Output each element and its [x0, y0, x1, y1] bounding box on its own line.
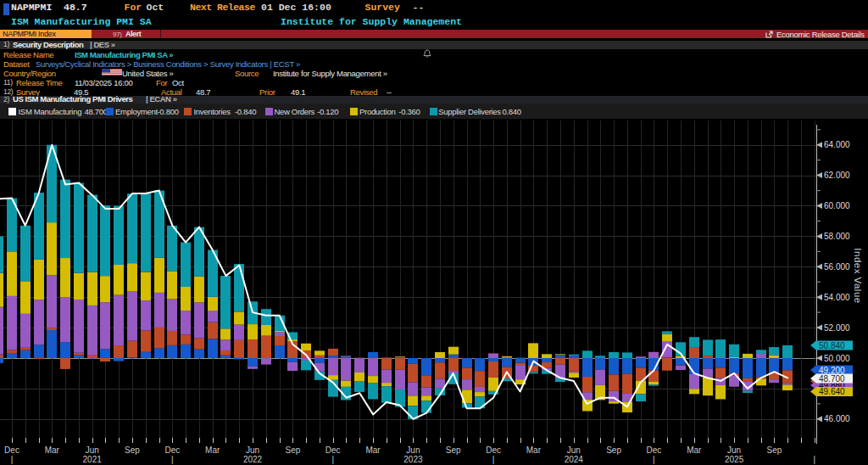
svg-text:48.700: 48.700 [819, 374, 845, 384]
svg-text:Sep: Sep [606, 445, 621, 455]
svg-text:Jun: Jun [246, 445, 259, 455]
svg-text:|: | [11, 455, 14, 464]
svg-text:Dec: Dec [647, 445, 662, 455]
svg-text:|: | [653, 455, 655, 464]
svg-text:50.840: 50.840 [819, 341, 845, 350]
svg-text:Mar: Mar [687, 445, 702, 455]
svg-text:Mar: Mar [526, 445, 542, 455]
svg-text:60.000: 60.000 [824, 201, 850, 210]
svg-text:Index Value: Index Value [853, 248, 863, 303]
svg-text:|: | [331, 455, 334, 464]
svg-text:64.000: 64.000 [824, 140, 850, 149]
svg-text:Dec: Dec [486, 445, 501, 455]
svg-text:2025: 2025 [725, 455, 744, 464]
svg-text:Dec: Dec [4, 445, 19, 455]
svg-text:2021: 2021 [83, 455, 103, 464]
svg-text:Jun: Jun [567, 445, 581, 455]
svg-text:2024: 2024 [565, 455, 584, 464]
svg-text:|: | [171, 455, 174, 464]
svg-text:Dec: Dec [326, 445, 341, 455]
svg-text:Mar: Mar [205, 445, 220, 455]
svg-text:58.000: 58.000 [824, 232, 850, 241]
svg-text:46.000: 46.000 [824, 414, 850, 423]
svg-text:2022: 2022 [243, 455, 263, 464]
svg-text:Sep: Sep [446, 445, 461, 455]
svg-text:62.000: 62.000 [824, 171, 850, 180]
svg-text:Jun: Jun [86, 445, 99, 455]
svg-text:49.640: 49.640 [819, 387, 845, 396]
svg-text:|: | [492, 455, 495, 464]
svg-text:56.000: 56.000 [824, 262, 850, 272]
svg-text:2023: 2023 [403, 455, 423, 464]
svg-text:|: | [813, 455, 815, 464]
svg-text:54.000: 54.000 [824, 293, 850, 302]
svg-text:Sep: Sep [125, 445, 140, 455]
svg-text:50.000: 50.000 [824, 354, 850, 363]
svg-text:Mar: Mar [45, 445, 60, 455]
svg-text:Jun: Jun [406, 445, 420, 455]
svg-text:Sep: Sep [286, 445, 301, 455]
svg-text:Sep: Sep [767, 445, 782, 455]
svg-text:Dec: Dec [165, 445, 181, 455]
svg-text:Mar: Mar [365, 445, 381, 455]
svg-text:52.000: 52.000 [824, 323, 850, 333]
svg-text:Jun: Jun [727, 445, 741, 455]
